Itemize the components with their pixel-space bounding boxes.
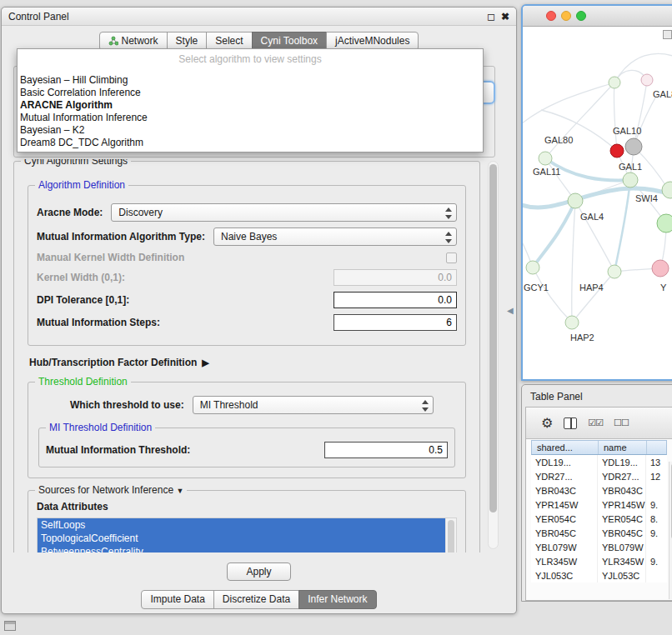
table-row[interactable]: YLR345WYLR345W9.: [531, 554, 667, 568]
kernel-width-input[interactable]: [333, 269, 457, 286]
table-cell[interactable]: YER054C: [598, 512, 646, 526]
network-node[interactable]: [539, 152, 552, 165]
table-cell[interactable]: 9.: [646, 526, 667, 540]
mi-threshold-input[interactable]: [324, 442, 448, 458]
table-scrollbar[interactable]: [669, 462, 672, 599]
table-cell[interactable]: YDR27...: [598, 469, 646, 483]
table-cell[interactable]: YBR045C: [531, 526, 598, 540]
table-row[interactable]: YJL053CYJL053C: [531, 568, 667, 582]
table-cell[interactable]: [646, 483, 667, 498]
select-columns-checked-icon[interactable]: ☑☑: [588, 418, 603, 428]
table-cell[interactable]: 9.: [646, 498, 667, 512]
tab-label: Select: [215, 35, 243, 47]
algorithm-option[interactable]: Basic Correlation Inference: [18, 87, 483, 99]
hub-expand-arrow-icon[interactable]: ▶: [202, 358, 208, 368]
network-node[interactable]: [608, 265, 621, 278]
column-header[interactable]: shared...: [532, 441, 599, 454]
table-cell[interactable]: YPR145W: [598, 498, 646, 512]
table-cell[interactable]: 12: [646, 469, 667, 483]
tab-impute-data[interactable]: Impute Data: [141, 590, 213, 609]
close-traffic-icon[interactable]: [546, 11, 556, 21]
minimize-traffic-icon[interactable]: [561, 11, 571, 21]
table-cell[interactable]: YDR27...: [531, 469, 598, 483]
mi-algorithm-type-combo[interactable]: Naive Bayes: [213, 228, 457, 246]
table-cell[interactable]: YLR345W: [531, 554, 598, 568]
attribute-item-selected[interactable]: BetweennessCentrality: [38, 545, 445, 552]
apply-button[interactable]: Apply: [227, 562, 290, 581]
table-cell[interactable]: YDL19...: [598, 455, 646, 469]
scrollbar-thumb[interactable]: [489, 164, 497, 512]
table-cell[interactable]: YLR345W: [598, 554, 646, 568]
algorithm-option[interactable]: Bayesian – Hill Climbing: [18, 74, 483, 87]
network-canvas[interactable]: GAL8 GAL80 GAL10 GAL11 GAL1 SWI4 GAL4 GC…: [523, 27, 672, 379]
table-row[interactable]: YPR145WYPR145W9.: [531, 498, 667, 512]
table-row[interactable]: YDR27...YDR27...12: [531, 469, 667, 483]
table-cell[interactable]: YJL053C: [531, 568, 598, 582]
dpi-tolerance-input[interactable]: [333, 292, 457, 308]
mi-steps-input[interactable]: [333, 314, 457, 331]
network-node-label: GCY1: [524, 282, 549, 292]
attributes-list-scrollbar[interactable]: [445, 518, 456, 552]
network-node[interactable]: [652, 260, 669, 277]
gear-icon[interactable]: ⚙: [541, 415, 553, 431]
network-node[interactable]: [568, 193, 583, 208]
table-toolbar: ⚙ ☑☑ ☐☐: [526, 408, 672, 439]
table-cell[interactable]: 8.: [646, 512, 667, 526]
table-cell[interactable]: YBL079W: [531, 540, 598, 554]
manual-kernel-checkbox[interactable]: [446, 252, 457, 263]
network-node[interactable]: [565, 316, 579, 329]
network-node[interactable]: [662, 182, 672, 198]
table-cell[interactable]: YBR043C: [598, 483, 646, 498]
table-cell[interactable]: YDL19...: [531, 455, 598, 469]
network-node[interactable]: [623, 172, 638, 188]
attribute-item-selected[interactable]: TopologicalCoefficient: [38, 532, 445, 545]
table-cell[interactable]: YPR145W: [531, 498, 598, 512]
select-columns-unchecked-icon[interactable]: ☐☐: [614, 418, 629, 428]
network-node[interactable]: [526, 261, 539, 274]
network-node[interactable]: [657, 214, 672, 232]
table-cell[interactable]: YBR043C: [531, 483, 598, 498]
settings-scrollbar[interactable]: [488, 161, 499, 549]
table-cell[interactable]: YBL079W: [598, 540, 646, 554]
control-panel-titlebar[interactable]: Control Panel ◻ ✖: [2, 8, 516, 26]
algorithm-option[interactable]: Dream8 DC_TDC Algorithm: [18, 137, 483, 149]
network-node[interactable]: [625, 138, 642, 155]
mini-window-icon[interactable]: [4, 621, 16, 631]
column-header[interactable]: name: [599, 441, 647, 454]
float-window-icon[interactable]: ◻: [487, 10, 495, 23]
network-window-titlebar[interactable]: [523, 6, 672, 27]
column-selector-icon[interactable]: [564, 418, 577, 429]
table-cell[interactable]: 9.: [646, 554, 667, 568]
zoom-traffic-icon[interactable]: [576, 11, 586, 21]
hub-transcription-factor-section[interactable]: Hub/Transcription Factor Definition ▶: [29, 357, 464, 368]
column-header[interactable]: [647, 441, 666, 454]
algorithm-option[interactable]: Bayesian – K2: [18, 124, 483, 137]
table-cell[interactable]: [646, 540, 667, 554]
algorithm-option-selected[interactable]: ARACNE Algorithm: [18, 99, 483, 112]
table-row[interactable]: YDL19...YDL19...13: [531, 455, 667, 469]
data-attributes-list[interactable]: SelfLoops TopologicalCoefficient Between…: [37, 518, 457, 552]
table-row[interactable]: YBL079WYBL079W: [531, 540, 667, 554]
table-row[interactable]: YER054CYER054C8.: [531, 512, 667, 526]
attribute-item-selected[interactable]: SelfLoops: [38, 518, 445, 532]
table-cell[interactable]: YJL053C: [598, 568, 646, 582]
canvas-corner-button[interactable]: [663, 30, 672, 39]
table-cell[interactable]: YER054C: [531, 512, 598, 526]
table-cell[interactable]: 13: [646, 455, 667, 469]
tab-infer-network[interactable]: Infer Network: [298, 590, 376, 609]
table-cell[interactable]: [646, 568, 667, 582]
splitter-collapse-arrow-icon[interactable]: ◀: [507, 306, 514, 315]
which-threshold-combo[interactable]: MI Threshold: [193, 396, 434, 414]
aracne-mode-combo[interactable]: Discovery: [111, 203, 457, 222]
network-node[interactable]: [641, 74, 653, 86]
algorithm-option[interactable]: Mutual Information Inference: [18, 112, 483, 124]
network-node[interactable]: [610, 144, 624, 158]
sources-collapse-arrow-icon[interactable]: ▼: [176, 487, 183, 495]
network-node[interactable]: [609, 77, 620, 88]
close-window-icon[interactable]: ✖: [501, 10, 509, 23]
table-row[interactable]: YBR045CYBR045C9.: [531, 526, 667, 540]
tab-discretize-data[interactable]: Discretize Data: [213, 590, 299, 609]
combo-stepper-icon: [421, 399, 429, 412]
table-cell[interactable]: YBR045C: [598, 526, 646, 540]
table-row[interactable]: YBR043CYBR043C: [531, 483, 667, 498]
